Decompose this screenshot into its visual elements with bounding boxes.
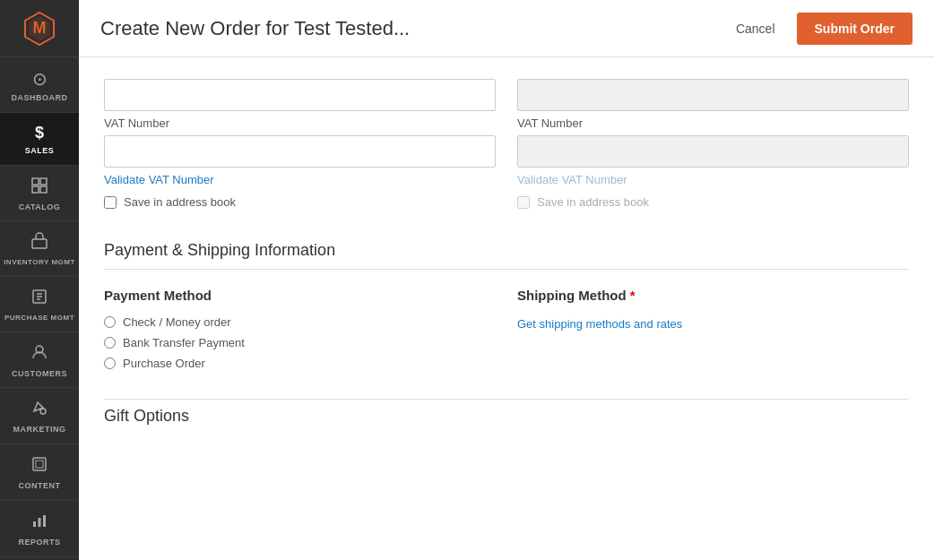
svg-rect-3 [32, 178, 39, 185]
bank-transfer-label[interactable]: Bank Transfer Payment [123, 336, 245, 349]
vat-label-right: VAT Number [517, 116, 909, 130]
dashboard-icon: ⊙ [32, 68, 48, 90]
sidebar-item-label-sales: SALES [25, 146, 55, 156]
svg-rect-16 [33, 521, 36, 527]
svg-rect-6 [40, 186, 47, 193]
svg-rect-18 [43, 515, 46, 527]
shipping-method-col: Shipping Method * Get shipping methods a… [517, 288, 909, 370]
vat-row: VAT Number Validate VAT Number Save in a… [104, 79, 909, 227]
sidebar-item-label-dashboard: DASHBOARD [12, 93, 68, 103]
sidebar-item-label-marketing: MARKETING [13, 425, 66, 435]
right-top-field: VAT Number Validate VAT Number Save in a… [517, 79, 909, 227]
sidebar-item-marketing[interactable]: MARKETING [0, 388, 79, 444]
payment-option-check: Check / Money order [104, 315, 496, 329]
inventory-icon [30, 232, 48, 254]
validate-vat-right[interactable]: Validate VAT Number [517, 173, 909, 186]
form-content: VAT Number Validate VAT Number Save in a… [79, 57, 934, 560]
get-shipping-methods-link[interactable]: Get shipping methods and rates [517, 317, 682, 331]
purchase-order-radio[interactable] [104, 358, 116, 369]
save-address-right-label: Save in address book [537, 195, 649, 209]
sidebar-item-customers[interactable]: CUSTOMERS [0, 332, 79, 389]
sidebar-item-reports[interactable]: REPORTS [0, 501, 79, 557]
payment-option-bank: Bank Transfer Payment [104, 336, 496, 349]
sidebar-item-dashboard[interactable]: ⊙ DASHBOARD [0, 57, 79, 113]
sidebar-item-content[interactable]: CONTENT [0, 444, 79, 501]
svg-rect-14 [33, 458, 46, 470]
vat-input-left[interactable] [104, 135, 496, 168]
page-header: Create New Order for Test Tested... Canc… [79, 0, 934, 57]
payment-shipping-section: Payment Method Check / Money order Bank … [104, 288, 909, 370]
sales-icon: $ [35, 124, 44, 142]
shipping-method-label: Shipping Method * [517, 288, 909, 303]
payment-option-po: Purchase Order [104, 357, 496, 370]
svg-text:M: M [33, 19, 47, 37]
cancel-button[interactable]: Cancel [725, 14, 786, 43]
header-actions: Cancel Submit Order [725, 13, 912, 45]
vat-input-right[interactable] [517, 135, 909, 168]
right-top-input[interactable] [517, 79, 909, 111]
customers-icon [30, 343, 48, 366]
svg-rect-15 [36, 461, 43, 468]
submit-order-button[interactable]: Submit Order [797, 13, 912, 45]
purchase-icon [30, 288, 48, 310]
save-address-left-checkbox[interactable] [104, 196, 117, 209]
payment-shipping-heading: Payment & Shipping Information [104, 241, 909, 270]
catalog-icon [30, 177, 48, 199]
svg-rect-5 [32, 186, 39, 193]
save-address-right-row: Save in address book [517, 195, 909, 209]
vat-label-left: VAT Number [104, 116, 496, 130]
content-icon [30, 455, 48, 478]
sidebar-item-sales[interactable]: $ SALES [0, 113, 79, 166]
save-address-left-row: Save in address book [104, 195, 496, 209]
purchase-order-label[interactable]: Purchase Order [123, 357, 205, 370]
svg-rect-7 [32, 239, 47, 248]
required-star: * [630, 288, 636, 303]
sidebar-item-label-purchase: PURCHASE MGMT [4, 314, 74, 323]
gift-options-heading: Gift Options [104, 399, 909, 426]
check-money-label[interactable]: Check / Money order [123, 315, 231, 329]
left-top-field: VAT Number Validate VAT Number Save in a… [104, 79, 496, 227]
logo[interactable]: M [0, 0, 79, 57]
main-content: Create New Order for Test Tested... Canc… [79, 0, 934, 560]
sidebar-item-label-catalog: CATALOG [19, 202, 61, 212]
sidebar-item-inventory[interactable]: INVENTORY MGMT [0, 221, 79, 277]
sidebar: M ⊙ DASHBOARD $ SALES CATALOG INVENTORY … [0, 0, 79, 560]
reports-icon [30, 512, 48, 534]
marketing-icon [30, 399, 48, 421]
left-top-input[interactable] [104, 79, 496, 111]
check-money-radio[interactable] [104, 316, 116, 328]
sidebar-item-purchase[interactable]: PURCHASE MGMT [0, 277, 79, 332]
sidebar-item-label-reports: REPORTS [18, 538, 60, 547]
validate-vat-left[interactable]: Validate VAT Number [104, 173, 496, 186]
page-title: Create New Order for Test Tested... [100, 17, 410, 40]
save-address-left-label[interactable]: Save in address book [124, 195, 236, 209]
sidebar-item-catalog[interactable]: CATALOG [0, 166, 79, 222]
payment-method-col: Payment Method Check / Money order Bank … [104, 288, 496, 370]
sidebar-item-label-content: CONTENT [19, 481, 61, 491]
payment-method-label: Payment Method [104, 288, 496, 303]
save-address-right-checkbox[interactable] [517, 196, 530, 209]
magento-logo-icon: M [20, 9, 59, 48]
sidebar-item-label-inventory: INVENTORY MGMT [4, 258, 75, 267]
svg-rect-4 [40, 178, 47, 185]
bank-transfer-radio[interactable] [104, 337, 116, 349]
svg-rect-17 [39, 518, 41, 527]
svg-point-13 [40, 409, 46, 414]
sidebar-item-label-customers: CUSTOMERS [12, 369, 67, 379]
payment-options: Check / Money order Bank Transfer Paymen… [104, 315, 496, 370]
